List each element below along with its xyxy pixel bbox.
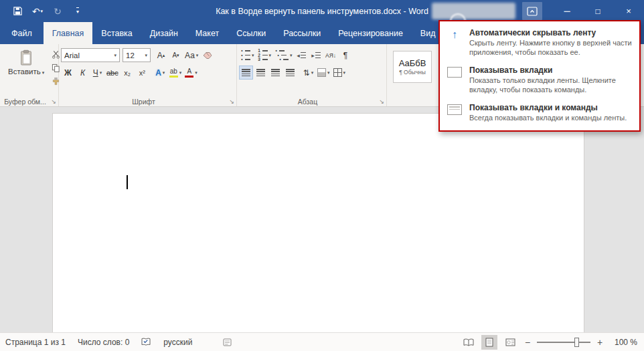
web-layout-button[interactable] (502, 335, 518, 350)
tab-file[interactable]: Файл (0, 22, 44, 44)
bullets-button[interactable]: ••• ▾ (239, 48, 256, 62)
zoom-out-button[interactable]: − (523, 337, 532, 348)
maximize-button[interactable]: □ (582, 0, 613, 22)
font-name-combo[interactable]: Arial ▾ (61, 48, 120, 62)
minimize-button[interactable]: ─ (552, 0, 582, 22)
show-formatting-marks-button[interactable]: ¶ (339, 48, 353, 62)
align-right-button[interactable] (268, 66, 283, 80)
clear-formatting-button[interactable] (200, 48, 214, 62)
menu-item-desc: Скрыть ленту. Нажмите кнопку в верхней ч… (469, 39, 633, 57)
word-count[interactable]: Число слов: 0 (78, 338, 129, 347)
title-bar: ↶ ▾ ↻ ▾ Как в Ворде вернуть панель инстр… (0, 0, 644, 22)
redo-icon: ↻ (54, 6, 62, 17)
auto-hide-ribbon-icon: ↑ (452, 29, 457, 40)
menu-item-auto-hide-ribbon[interactable]: ↑ Автоматически скрывать ленту Скрыть ле… (440, 23, 639, 61)
indent-lines-icon (315, 52, 321, 59)
close-button[interactable]: × (613, 0, 644, 22)
zoom-slider-handle[interactable] (574, 338, 579, 347)
paragraph-dialog-launcher[interactable]: ↘ (379, 99, 384, 105)
align-left-icon (242, 69, 250, 76)
menu-item-desc: Показать только вкладки ленты. Щелкните … (469, 76, 633, 94)
ribbon-display-options-menu: ↑ Автоматически скрывать ленту Скрыть ле… (438, 20, 641, 132)
subscript-button[interactable]: х₂ (120, 66, 135, 80)
show-tabs-icon (447, 67, 462, 78)
page-indicator[interactable]: Страница 1 из 1 (5, 338, 66, 347)
multilevel-list-icon: ••• (274, 49, 289, 61)
font-dialog-launcher[interactable]: ↘ (229, 99, 234, 105)
paste-button[interactable]: Вставить▾ (5, 48, 48, 88)
align-left-button[interactable] (239, 66, 253, 80)
style-preview: АаБбВ (399, 58, 426, 68)
outdent-arrow-icon: ◂ (297, 52, 300, 59)
font-name-value: Arial (64, 51, 80, 60)
change-case-button[interactable]: Аа ▾ (183, 48, 199, 62)
line-spacing-button[interactable]: ⇅ ▾ (301, 66, 315, 80)
style-name: ¶ Обычны (399, 69, 426, 76)
sort-arrow-icon: ↓ (333, 52, 336, 59)
redo-button[interactable]: ↻ (50, 3, 66, 19)
read-mode-button[interactable] (461, 335, 477, 350)
blurred-account-area (432, 3, 515, 19)
menu-item-title: Показывать вкладки и команды (469, 103, 627, 112)
print-layout-icon (485, 338, 493, 347)
language-indicator[interactable]: русский (163, 338, 192, 347)
tab-references[interactable]: Ссылки (228, 22, 274, 44)
shrink-font-button[interactable]: А▾ (169, 48, 183, 62)
quick-access-toolbar: ↶ ▾ ↻ ▾ (0, 3, 86, 19)
font-size-caret-icon: ▾ (145, 53, 147, 58)
menu-item-show-tabs[interactable]: Показывать вкладки Показать только вклад… (440, 61, 639, 98)
zoom-in-button[interactable]: + (595, 337, 605, 348)
align-center-button[interactable] (254, 66, 268, 80)
text-effects-button[interactable]: А ▾ (153, 66, 167, 80)
multilevel-list-button[interactable]: ••• ▾ (273, 48, 294, 62)
justify-icon (286, 69, 295, 76)
grow-font-button[interactable]: А▴ (154, 48, 168, 62)
text-highlight-button[interactable]: ab ▾ (168, 66, 183, 80)
style-normal-chip[interactable]: АаБбВ ¶ Обычны (393, 51, 432, 83)
print-layout-button[interactable] (481, 335, 497, 350)
tab-home[interactable]: Главная (44, 22, 93, 44)
undo-icon: ↶ (32, 6, 40, 17)
strikethrough-button[interactable]: abc (105, 66, 120, 80)
status-extra-icon[interactable] (223, 338, 232, 346)
spell-check-icon (141, 338, 151, 346)
tab-review[interactable]: Рецензирование (329, 22, 412, 44)
save-button[interactable] (9, 3, 25, 19)
borders-icon (333, 68, 342, 77)
shading-button[interactable]: ▾ (316, 66, 331, 80)
document-area (0, 107, 644, 332)
save-icon (13, 6, 23, 16)
bold-button[interactable]: Ж (61, 66, 75, 80)
titlebar-right-controls: ─ □ × (522, 0, 644, 22)
zoom-slider[interactable] (537, 342, 590, 343)
tab-insert[interactable]: Вставка (92, 22, 141, 44)
clipboard-dialog-launcher[interactable]: ↘ (51, 99, 56, 105)
sort-button[interactable]: АЯ ↓ (324, 48, 338, 62)
zoom-level[interactable]: 100 % (609, 338, 637, 347)
numbering-icon: 123 (258, 49, 268, 61)
tab-mailings[interactable]: Рассылки (274, 22, 329, 44)
italic-button[interactable]: К (76, 66, 90, 80)
font-group-label: Шрифт (59, 98, 228, 106)
font-group: Arial ▾ 12 ▾ А▴ А▾ Аа ▾ (59, 44, 237, 106)
font-name-caret-icon: ▾ (114, 53, 116, 58)
justify-button[interactable] (283, 66, 297, 80)
read-mode-icon (463, 338, 474, 346)
customize-quick-access-button[interactable]: ▾ (70, 3, 86, 19)
superscript-button[interactable]: х² (135, 66, 149, 80)
proofing-status-button[interactable] (141, 338, 151, 346)
document-page[interactable] (52, 113, 584, 332)
ribbon-display-options-button[interactable] (522, 2, 542, 20)
borders-button[interactable]: ▾ (332, 66, 347, 80)
undo-button[interactable]: ↶ ▾ (29, 3, 46, 19)
tab-layout[interactable]: Макет (187, 22, 228, 44)
font-size-combo[interactable]: 12 ▾ (123, 48, 151, 62)
paragraph-group-label: Абзац (237, 98, 378, 106)
numbering-button[interactable]: 123 ▾ (256, 48, 273, 62)
underline-button[interactable]: Ч ▾ (90, 66, 104, 80)
menu-item-show-tabs-and-commands[interactable]: Показывать вкладки и команды Всегда пока… (440, 98, 639, 127)
tab-design[interactable]: Дизайн (141, 22, 187, 44)
decrease-indent-button[interactable]: ◂ (295, 48, 309, 62)
increase-indent-button[interactable]: ▸ (309, 48, 323, 62)
font-color-button[interactable]: А ▾ (183, 66, 199, 80)
